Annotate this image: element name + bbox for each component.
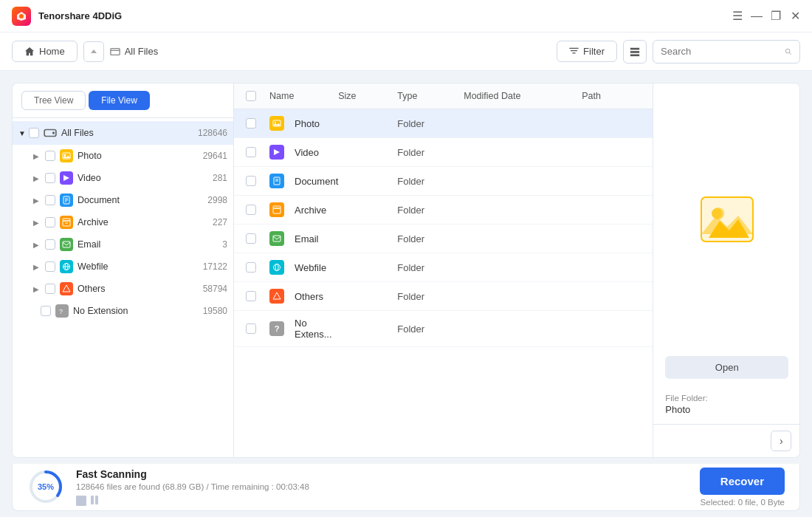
- sidebar-item-webfile[interactable]: ▶ Webfile 17122: [13, 256, 233, 278]
- file-folder-value: Photo: [653, 404, 800, 424]
- webfile-icon: [60, 260, 73, 273]
- document-row-icon: [269, 174, 284, 188]
- archive-checkbox[interactable]: [45, 217, 55, 227]
- svg-marker-11: [63, 175, 69, 181]
- svg-point-35: [275, 264, 278, 271]
- row-type: Folder: [397, 147, 464, 158]
- tree-root-item[interactable]: ▼ All Files 128646: [13, 121, 233, 145]
- minimize-button[interactable]: —: [751, 11, 762, 21]
- video-checkbox[interactable]: [45, 173, 55, 183]
- sidebar-item-archive[interactable]: ▶ Archive 227: [13, 211, 233, 233]
- row-name: Webfile: [269, 260, 338, 275]
- sidebar-item-video[interactable]: ▶ Video 281: [13, 167, 233, 189]
- webfile-checkbox[interactable]: [45, 261, 55, 272]
- hdd-icon: [44, 126, 57, 140]
- row-type: Folder: [397, 323, 464, 335]
- row-checkbox[interactable]: [246, 262, 256, 273]
- row-type: Folder: [397, 291, 464, 302]
- archive-row-icon: [269, 202, 284, 217]
- search-box[interactable]: [653, 40, 800, 64]
- row-name: Photo: [269, 116, 338, 131]
- sidebar-item-document[interactable]: ▶ Document 2998: [13, 189, 233, 211]
- table-row[interactable]: Webfile Folder: [234, 253, 653, 282]
- document-checkbox[interactable]: [45, 195, 55, 205]
- header-checkbox[interactable]: [246, 91, 256, 101]
- photo-label: Photo: [78, 151, 200, 161]
- row-checkbox[interactable]: [246, 323, 256, 334]
- row-checkbox[interactable]: [246, 176, 256, 186]
- row-type: Folder: [397, 233, 464, 244]
- open-button[interactable]: Open: [665, 356, 788, 379]
- table-row[interactable]: Others Folder: [234, 282, 653, 311]
- close-button[interactable]: ✕: [790, 11, 800, 21]
- home-button[interactable]: Home: [12, 41, 78, 62]
- preview-placeholder: [698, 190, 757, 249]
- file-view-button[interactable]: File View: [89, 91, 149, 110]
- all-files-breadcrumb: All Files: [125, 46, 159, 57]
- arrow-icon: ▶: [33, 285, 41, 293]
- table-row[interactable]: Photo Folder: [234, 109, 653, 138]
- table-row[interactable]: Document Folder: [234, 167, 653, 196]
- root-checkbox[interactable]: [29, 128, 39, 138]
- root-count: 128646: [198, 128, 227, 138]
- preview-navigation: ›: [653, 424, 800, 457]
- recover-section: Recover Selected: 0 file, 0 Byte: [700, 468, 785, 507]
- row-checkbox[interactable]: [246, 205, 256, 215]
- video-label: Video: [78, 173, 210, 183]
- noext-checkbox[interactable]: [41, 306, 51, 316]
- photo-checkbox[interactable]: [45, 151, 55, 161]
- email-label: Email: [78, 239, 219, 250]
- sidebar-item-noextension[interactable]: ? No Extension 19580: [13, 300, 233, 322]
- webfile-row-icon: [269, 260, 284, 275]
- recover-button[interactable]: Recover: [700, 468, 785, 495]
- photo-icon: [60, 149, 73, 162]
- others-icon: [60, 282, 73, 295]
- email-row-icon: [269, 231, 284, 246]
- preview-next-button[interactable]: ›: [771, 431, 791, 451]
- app-logo: [12, 7, 31, 26]
- others-checkbox[interactable]: [45, 284, 55, 294]
- svg-rect-1: [111, 48, 120, 55]
- document-icon: [60, 194, 73, 207]
- svg-point-0: [19, 14, 24, 18]
- email-checkbox[interactable]: [45, 239, 55, 250]
- list-view-button[interactable]: [623, 40, 647, 64]
- svg-marker-36: [273, 292, 281, 299]
- nav-up-button[interactable]: [83, 41, 104, 62]
- file-folder-label: File Folder:: [653, 388, 800, 404]
- table-row[interactable]: Email Folder: [234, 225, 653, 253]
- table-row[interactable]: Archive Folder: [234, 196, 653, 225]
- table-row[interactable]: ? No Extens... Folder: [234, 311, 653, 347]
- svg-marker-27: [274, 149, 280, 155]
- bottom-bar: 35% Fast Scanning 128646 files are found…: [12, 464, 800, 511]
- photo-row-icon: [269, 116, 284, 131]
- filter-button[interactable]: Filter: [557, 41, 617, 62]
- view-toggle: Tree View File View: [13, 83, 233, 118]
- noext-label: No Extension: [73, 306, 200, 316]
- svg-rect-3: [630, 51, 639, 53]
- row-name: Email: [269, 231, 338, 246]
- col-date-header: Modified Date: [464, 91, 582, 101]
- row-checkbox[interactable]: [246, 147, 256, 157]
- file-list-area: Name Size Type Modified Date Path Photo …: [234, 83, 653, 457]
- archive-icon: [60, 216, 73, 229]
- table-row[interactable]: Video Folder: [234, 138, 653, 167]
- row-checkbox[interactable]: [246, 233, 256, 244]
- row-checkbox[interactable]: [246, 118, 256, 129]
- scan-pause-button[interactable]: [91, 496, 101, 506]
- row-checkbox[interactable]: [246, 291, 256, 301]
- arrow-icon: ▶: [33, 219, 41, 227]
- tree-view-button[interactable]: Tree View: [21, 91, 86, 110]
- hamburger-icon[interactable]: ☰: [732, 11, 743, 21]
- selected-info: Selected: 0 file, 0 Byte: [700, 498, 785, 507]
- svg-point-34: [274, 264, 281, 271]
- restore-button[interactable]: ❐: [771, 11, 781, 21]
- navbar: Home All Files Filter: [0, 32, 812, 71]
- video-row-icon: [269, 145, 284, 160]
- svg-point-5: [785, 49, 790, 53]
- scan-stop-button[interactable]: [76, 496, 86, 506]
- sidebar-item-photo[interactable]: ▶ Photo 29641: [13, 145, 233, 167]
- sidebar-item-others[interactable]: ▶ Others 58794: [13, 278, 233, 300]
- sidebar-item-email[interactable]: ▶ Email 3: [13, 233, 233, 256]
- search-input[interactable]: [661, 46, 785, 57]
